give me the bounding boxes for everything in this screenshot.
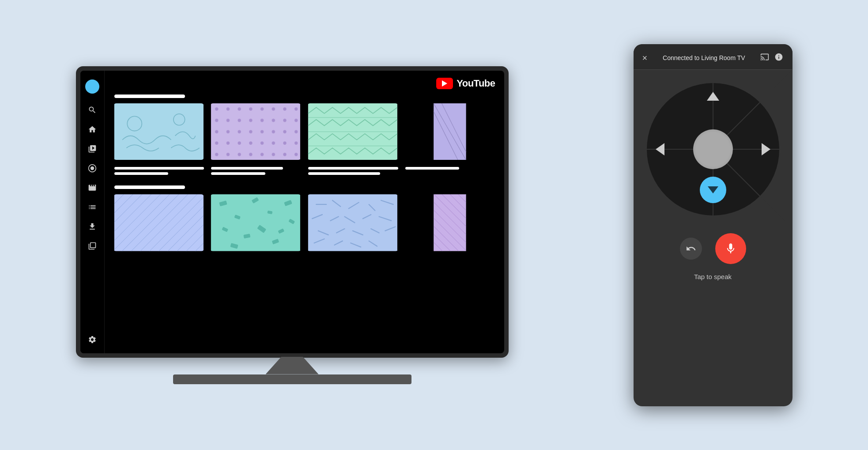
cast-icon[interactable] [760, 53, 769, 63]
video-grid-2 [113, 194, 495, 251]
section-2-label [113, 185, 495, 189]
label-bar-2 [114, 185, 185, 189]
close-button[interactable]: × [642, 53, 648, 62]
movies-icon[interactable] [87, 183, 97, 193]
svg-rect-7 [211, 103, 300, 160]
tv-stand-base [173, 374, 411, 384]
info-bar [308, 167, 398, 170]
info-cell-2 [210, 167, 301, 175]
settings-icon[interactable] [87, 335, 97, 344]
remote-top-icons [760, 53, 783, 63]
youtube-text: YouTube [457, 78, 495, 89]
info-bar [114, 167, 204, 170]
dpad-down-button[interactable] [700, 177, 726, 203]
remote-top-bar: × Connected to Living Room TV [634, 46, 793, 70]
back-button[interactable] [680, 238, 702, 260]
svg-rect-32 [308, 194, 397, 251]
info-bar [211, 167, 283, 170]
thumbnail-8[interactable] [404, 194, 495, 251]
info-cell-4 [404, 167, 495, 175]
dpad-area [647, 83, 779, 216]
svg-rect-18 [114, 194, 203, 251]
tv-container: YouTube [76, 66, 509, 384]
originals-icon[interactable] [87, 163, 97, 173]
playlists-icon[interactable] [87, 202, 97, 212]
connected-text: Connected to Living Room TV [663, 54, 745, 61]
svg-rect-2 [114, 103, 203, 160]
video-grid-1 [113, 103, 495, 160]
purchases-icon[interactable] [87, 241, 97, 251]
section-1-label [113, 95, 495, 98]
dpad-left-button[interactable] [656, 143, 664, 155]
tv-main: YouTube [105, 71, 504, 353]
mic-button[interactable] [715, 233, 746, 264]
tv-screen: YouTube [80, 71, 504, 353]
remote-container: × Connected to Living Room TV [634, 44, 793, 406]
section-1 [113, 95, 495, 182]
info-cell-1 [113, 167, 204, 175]
tv-header: YouTube [113, 78, 495, 89]
thumbnail-2[interactable] [210, 103, 301, 160]
dpad-up-button[interactable] [707, 92, 719, 101]
thumbnail-6[interactable] [210, 194, 301, 251]
tv-stand-neck [266, 357, 319, 374]
youtube-logo: YouTube [436, 78, 495, 89]
svg-rect-54 [434, 194, 466, 251]
section-2 [113, 185, 495, 258]
subscriptions-icon[interactable] [87, 144, 97, 154]
info-bar [308, 172, 380, 175]
downloads-icon[interactable] [87, 222, 97, 231]
info-bar [211, 172, 265, 175]
info-bar [114, 172, 168, 175]
thumbnail-7[interactable] [307, 194, 398, 251]
thumbnail-1[interactable] [113, 103, 204, 160]
info-row-1 [113, 167, 495, 175]
dpad-right-button[interactable] [762, 143, 770, 155]
thumbnail-5[interactable] [113, 194, 204, 251]
info-bar [405, 167, 459, 170]
youtube-icon [436, 78, 453, 89]
svg-point-1 [90, 166, 94, 170]
sidebar [80, 71, 105, 353]
tv-screen-wrapper: YouTube [76, 66, 509, 358]
info-cell-3 [307, 167, 398, 175]
thumbnail-3[interactable] [307, 103, 398, 160]
dpad-center-button[interactable] [693, 129, 733, 169]
label-bar-1 [114, 95, 185, 98]
info-icon[interactable] [774, 53, 783, 63]
search-icon[interactable] [87, 105, 97, 115]
remote-bottom-controls [680, 233, 746, 264]
tap-to-speak-label: Tap to speak [694, 273, 732, 280]
avatar[interactable] [85, 79, 99, 94]
thumbnail-4[interactable] [404, 103, 495, 160]
home-icon[interactable] [87, 125, 97, 134]
